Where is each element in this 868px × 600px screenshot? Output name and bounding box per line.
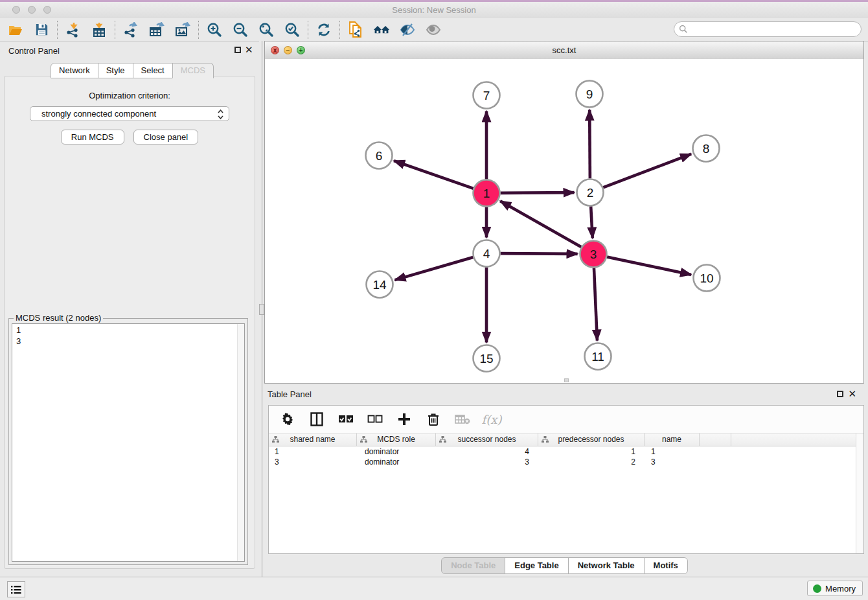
status-bar: Memory: [0, 577, 868, 600]
clone-network-button[interactable]: [347, 21, 364, 38]
table-cell[interactable]: 1: [645, 446, 700, 457]
table-cell[interactable]: 4: [436, 446, 538, 457]
column-header-name[interactable]: name: [645, 433, 700, 446]
table-scrollbar[interactable]: [856, 433, 863, 553]
toggle-columns-button[interactable]: [309, 411, 325, 427]
export-table-button[interactable]: [148, 21, 165, 38]
first-neighbors-button[interactable]: [373, 21, 390, 38]
delete-column-button[interactable]: [426, 411, 441, 427]
table-cell[interactable]: 3: [269, 457, 357, 467]
export-image-button[interactable]: [174, 21, 191, 38]
table-cell[interactable]: 3: [436, 457, 538, 467]
mcds-result-text[interactable]: 1 3: [12, 323, 245, 562]
column-header-mcds-role[interactable]: MCDS role: [357, 433, 436, 446]
tab-node-table[interactable]: Node Table: [441, 557, 505, 574]
table-cell[interactable]: 3: [645, 457, 700, 467]
zoom-selected-icon: [284, 21, 301, 38]
tab-select[interactable]: Select: [133, 63, 173, 78]
table-cell[interactable]: 1: [538, 446, 645, 457]
splitter-grip[interactable]: [259, 304, 264, 315]
zoom-fit-button[interactable]: [258, 21, 275, 38]
edge-1-6[interactable]: [394, 161, 474, 189]
mcds-tab-content: Optimization criterion: strongly connect…: [4, 76, 255, 569]
node-label-3: 3: [590, 248, 597, 261]
edge-3-10[interactable]: [607, 257, 691, 274]
table-row[interactable]: 1dominator411: [269, 446, 856, 457]
node-table-box: f(x) shared name MCDS role successor nod…: [268, 405, 864, 554]
float-table-panel-icon[interactable]: [837, 391, 843, 397]
search-input[interactable]: [688, 23, 861, 35]
column-header-successor-nodes[interactable]: successor nodes: [436, 433, 538, 446]
plus-icon: [398, 413, 411, 426]
result-scrollbar[interactable]: [237, 324, 244, 561]
mcds-result-title: MCDS result (2 nodes): [14, 313, 103, 323]
edge-3-11[interactable]: [594, 268, 597, 340]
table-cell[interactable]: 1: [269, 446, 357, 457]
tab-mcds[interactable]: MCDS: [172, 63, 214, 78]
table-cell[interactable]: 2: [538, 457, 645, 467]
zoom-in-button[interactable]: [206, 21, 223, 38]
criterion-select[interactable]: strongly connected component: [30, 106, 229, 121]
zoom-out-button[interactable]: [232, 21, 249, 38]
columns-icon: [310, 412, 323, 426]
deselect-all-columns-button[interactable]: [367, 411, 383, 427]
zoom-selected-button[interactable]: [284, 21, 301, 38]
export-image-icon: [174, 22, 191, 38]
column-header-predecessor-nodes[interactable]: predecessor nodes: [538, 433, 645, 446]
canvas-grip[interactable]: [564, 378, 569, 382]
show-all-button[interactable]: [425, 21, 442, 38]
optimization-criterion-label: Optimization criterion:: [5, 91, 255, 100]
table-settings-button[interactable]: [280, 411, 295, 427]
table-panel-title: Table Panel: [268, 389, 312, 399]
edge-2-8[interactable]: [603, 154, 691, 188]
table-cell[interactable]: dominator: [357, 457, 436, 467]
open-session-button[interactable]: [7, 21, 24, 38]
tab-network[interactable]: Network: [51, 63, 98, 78]
node-label-1: 1: [483, 187, 490, 200]
control-panel-tabs: Network Style Select MCDS: [51, 63, 213, 78]
memory-button[interactable]: Memory: [807, 581, 863, 596]
network-canvas[interactable]: 7968124314101511: [265, 59, 863, 383]
run-mcds-button[interactable]: Run MCDS: [61, 130, 124, 144]
function-builder-disabled: f(x): [484, 411, 499, 427]
import-network-button[interactable]: [65, 21, 82, 38]
import-table-icon: [91, 22, 107, 38]
network-graph[interactable]: 7968124314101511: [265, 59, 863, 383]
criterion-value: strongly connected component: [41, 109, 156, 119]
tab-motifs[interactable]: Motifs: [644, 557, 688, 574]
tab-edge-table[interactable]: Edge Table: [505, 557, 568, 574]
vertical-splitter[interactable]: [259, 41, 264, 577]
import-table-button[interactable]: [91, 21, 108, 38]
export-network-button[interactable]: [122, 21, 139, 38]
select-all-columns-button[interactable]: [338, 411, 354, 427]
hide-selected-button[interactable]: [399, 21, 416, 38]
edge-3-1[interactable]: [500, 201, 581, 247]
float-panel-icon[interactable]: [234, 47, 241, 53]
table-row[interactable]: 3dominator323: [269, 457, 856, 467]
main-titlebar: Session: New Session: [0, 2, 868, 19]
edge-1-2[interactable]: [500, 192, 574, 193]
save-session-button[interactable]: [33, 21, 50, 38]
homes-icon: [373, 22, 390, 38]
table-cell[interactable]: dominator: [357, 446, 436, 457]
edge-2-9[interactable]: [589, 110, 590, 178]
close-panel-button[interactable]: Close panel: [133, 130, 199, 144]
zoom-group: [199, 21, 308, 38]
import-network-icon: [65, 22, 81, 38]
tab-style[interactable]: Style: [98, 63, 133, 78]
refresh-button[interactable]: [315, 21, 332, 38]
edge-4-14[interactable]: [395, 257, 474, 280]
close-panel-icon[interactable]: ✕: [245, 44, 253, 56]
node-label-11: 11: [591, 350, 604, 363]
column-header-shared-name[interactable]: shared name: [269, 433, 357, 446]
zoom-out-icon: [232, 21, 249, 38]
select-stepper-icon: [218, 109, 223, 122]
edge-4-3[interactable]: [500, 253, 577, 254]
create-column-button[interactable]: [396, 411, 412, 427]
close-table-panel-icon[interactable]: ✕: [848, 388, 856, 400]
tab-network-table[interactable]: Network Table: [568, 557, 645, 574]
task-history-button[interactable]: [7, 581, 25, 597]
network-window-titlebar[interactable]: x − + scc.txt: [265, 41, 863, 60]
node-table-body[interactable]: 1dominator4113dominator323: [269, 446, 856, 553]
edge-2-3[interactable]: [591, 206, 593, 238]
